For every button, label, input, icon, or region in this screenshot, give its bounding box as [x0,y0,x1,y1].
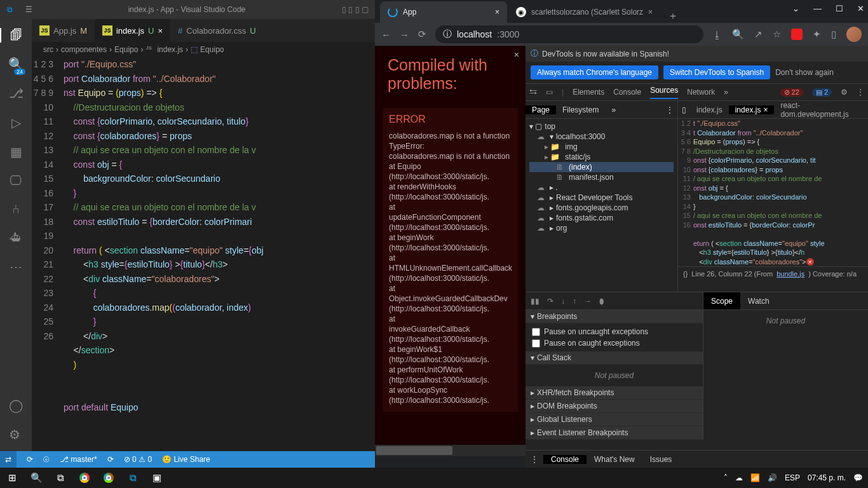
reload-icon[interactable]: ⟳ [418,29,426,40]
sync-icon[interactable]: ⟳ [27,455,33,464]
github-icon[interactable]: ⑃ [12,202,20,217]
more-tabs-icon[interactable]: » [724,88,728,97]
extensions-icon[interactable]: ✦ [813,29,821,40]
back-icon[interactable]: ← [381,29,391,40]
taskbar-chrome-canary-icon[interactable] [97,468,121,488]
global-listeners-header[interactable]: ▸ Global Listeners [526,413,703,426]
issue-count[interactable]: ▤ 2 [812,88,832,97]
scrollbar-thumb[interactable] [376,446,452,455]
extensions-icon[interactable]: ▦ [10,144,22,159]
onedrive-icon[interactable]: ☁ [735,473,743,482]
source-tab-index2[interactable]: index.js × [729,105,775,114]
radio-icon[interactable]: ⦾ [43,455,50,464]
explorer-icon[interactable]: 🗐 [0,28,32,43]
switch-language-button[interactable]: Switch DevTools to Spanish [663,65,770,79]
tree-static[interactable]: static/js [529,152,674,162]
close-icon[interactable]: ✕ [857,4,864,13]
search-icon[interactable]: 🔍 [24,468,48,488]
tab-colaborador-css[interactable]: #Colaborador.cssU [170,19,264,42]
tree-manifest[interactable]: manifest.json [529,172,674,182]
adblock-icon[interactable] [791,29,803,40]
tab-sources[interactable]: Sources [650,86,678,99]
step-icon[interactable]: → [584,297,592,306]
taskbar-terminal-icon[interactable]: ▣ [145,468,169,488]
inspect-icon[interactable]: ⮀ [529,88,537,97]
task-view-icon[interactable]: ⧉ [48,468,72,488]
profile-avatar[interactable] [846,27,862,42]
language-indicator[interactable]: ESP [785,473,800,482]
browser-tab-app[interactable]: App× [380,1,507,23]
dom-bp-header[interactable]: ▸ DOM Breakpoints [526,400,703,413]
problems[interactable]: ⊘ 0 ⚠ 0 [124,455,152,464]
drawer-console[interactable]: Console [543,455,587,464]
drawer-issues[interactable]: Issues [642,455,680,464]
remote-indicator[interactable]: ⇄ [0,451,17,468]
volume-icon[interactable]: 🔊 [768,473,777,482]
watch-tab[interactable]: Watch [740,292,777,309]
step-into-icon[interactable]: ↓ [561,297,565,306]
more-tabs-icon[interactable]: » [605,105,622,114]
overlay-close-icon[interactable]: × [514,50,519,60]
tray-chevron-icon[interactable]: ˄ [724,473,728,482]
tree-fga[interactable]: ▸ fonts.googleapis.com [529,203,674,213]
horizontal-scrollbar[interactable] [375,445,526,456]
wifi-icon[interactable]: 📶 [750,473,760,482]
remote-explorer-icon[interactable]: 🖵 [10,173,22,188]
vscode-layout-icons[interactable]: ▯ ▯ ▯ ▢ [336,5,375,14]
breadcrumb[interactable]: src › componentes › Equipo › JS index.js… [32,42,375,57]
breakpoints-header[interactable]: ▾ Breakpoints [526,310,703,323]
zoom-icon[interactable]: 🔍 [732,29,744,40]
sidepanel-icon[interactable]: ▯ [831,29,836,40]
scope-tab[interactable]: Scope [703,292,740,309]
tree-org[interactable]: ▸ org [529,223,674,233]
drawer-kebab-icon[interactable]: ⋮ [526,455,543,464]
tree-img[interactable]: img [529,142,674,152]
forward-icon[interactable]: → [400,29,409,40]
live-share[interactable]: 🙂 Live Share [162,455,210,464]
more-icon[interactable]: ⋯ [10,259,22,274]
browser-tab-github[interactable]: ◉scarlettsolorzano (Scarlett Solorz× [508,1,660,23]
tab-network[interactable]: Network [687,88,715,97]
bookmark-icon[interactable]: ☆ [773,29,781,40]
tab-index-js[interactable]: JSindex.jsU× [95,19,170,42]
start-button[interactable]: ⊞ [0,468,24,488]
tab-elements[interactable]: Elements [573,88,604,97]
chevron-down-icon[interactable]: ⌄ [792,4,799,13]
run-debug-icon[interactable]: ▷ [11,115,21,130]
tree-fgs[interactable]: ▸ fonts.gstatic.com [529,213,674,223]
account-icon[interactable]: ◯ [9,398,23,413]
close-icon[interactable]: × [158,26,163,36]
pause-icon[interactable]: ▮▮ [531,297,539,306]
step-out-icon[interactable]: ↑ [573,297,576,306]
taskbar-chrome-icon[interactable] [72,468,97,488]
source-code[interactable]: 1 2 3 4 5 6 7 8 9 10 11 12 13 14 15 16 t… [678,119,868,266]
filesystem-tab[interactable]: Filesystem [556,105,605,114]
omnibox[interactable]: ⓘlocalhost:3000 [435,25,703,43]
vscode-menu-icon[interactable]: ☰ [19,5,38,14]
maximize-icon[interactable]: ☐ [836,4,843,13]
git-branch[interactable]: ⎇ master* [60,455,97,464]
tree-top[interactable]: ▾ ▢ top [529,121,674,132]
device-icon[interactable]: ▭ [546,88,553,97]
tree-blank[interactable]: ▸ . [529,182,674,193]
tree-host[interactable]: ▾ localhost:3000 [529,132,674,142]
event-bp-header[interactable]: ▸ Event Listener Breakpoints [526,426,703,440]
install-icon[interactable]: ⭳ [712,29,722,40]
tab-console[interactable]: Console [613,88,641,97]
source-tab-index1[interactable]: index.js [690,105,729,114]
sidebar-toggle-icon[interactable]: ▯ [678,105,690,114]
notifications-icon[interactable]: 💬 [853,473,863,482]
share-icon[interactable]: ↗ [754,29,763,40]
pretty-print-icon[interactable]: {} [683,270,688,278]
tree-index[interactable]: (index) [529,162,674,172]
step-over-icon[interactable]: ↷ [547,297,553,306]
minimize-icon[interactable]: ― [813,4,822,13]
settings-gear-icon[interactable]: ⚙ [9,427,23,442]
always-match-button[interactable]: Always match Chrome's language [531,65,658,79]
error-count[interactable]: ⊘ 22 [780,88,803,97]
pause-uncaught-checkbox[interactable]: Pause on uncaught exceptions [532,326,696,337]
dont-show-button[interactable]: Don't show again [775,68,834,77]
new-tab-button[interactable]: ＋ [661,10,684,23]
sync-changes-icon[interactable]: ⟳ [107,455,114,464]
close-icon[interactable]: × [648,8,653,17]
